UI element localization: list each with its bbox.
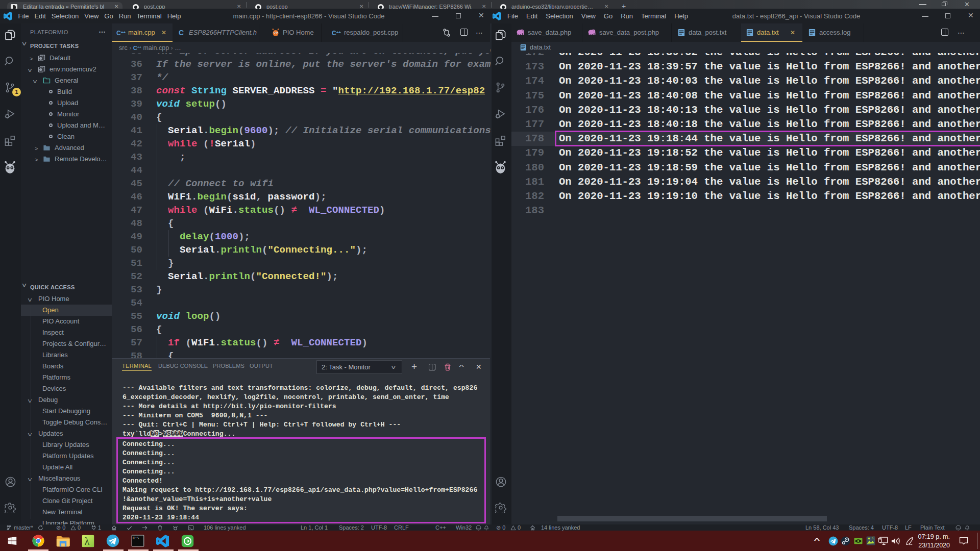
svg-text:C:\: C:\	[133, 536, 139, 540]
svg-text:λ: λ	[84, 536, 89, 547]
